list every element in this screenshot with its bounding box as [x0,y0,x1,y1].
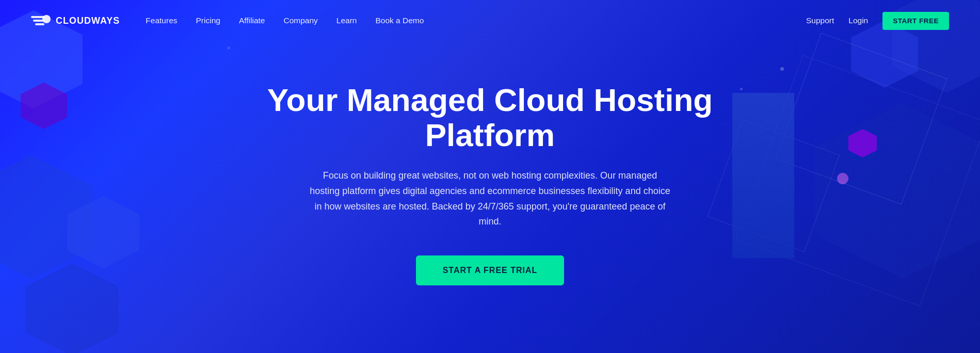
nav-link-affiliate[interactable]: Affiliate [239,16,265,25]
logo-link[interactable]: CLOUDWAYS [31,12,120,29]
nav-link-features[interactable]: Features [146,16,177,25]
nav-link-book-demo[interactable]: Book a Demo [375,16,424,25]
nav-link-learn[interactable]: Learn [336,16,357,25]
nav-item-pricing[interactable]: Pricing [196,16,220,25]
nav-item-company[interactable]: Company [283,16,317,25]
nav-item-book-demo[interactable]: Book a Demo [375,16,424,25]
hero-section: CLOUDWAYS Features Pricing Affiliate Com… [0,0,980,353]
logo-text: CLOUDWAYS [56,15,120,26]
navbar-right: Support Login START FREE [806,12,949,30]
svg-rect-0 [31,16,44,18]
nav-item-learn[interactable]: Learn [336,16,357,25]
nav-item-affiliate[interactable]: Affiliate [239,16,265,25]
support-link[interactable]: Support [806,16,834,25]
navbar-left: CLOUDWAYS Features Pricing Affiliate Com… [31,12,424,29]
nav-link-company[interactable]: Company [283,16,317,25]
hero-title: Your Managed Cloud Hosting Platform [258,83,722,153]
start-free-nav-button[interactable]: START FREE [882,12,949,30]
svg-rect-2 [35,23,44,25]
navbar: CLOUDWAYS Features Pricing Affiliate Com… [0,0,980,41]
nav-item-features[interactable]: Features [146,16,177,25]
svg-point-3 [42,15,51,23]
start-free-trial-button[interactable]: START A FREE TRIAL [416,255,565,285]
logo-icon [31,12,51,29]
nav-links: Features Pricing Affiliate Company Learn… [146,16,424,25]
hero-content: Your Managed Cloud Hosting Platform Focu… [0,41,980,285]
login-link[interactable]: Login [848,16,868,25]
nav-link-pricing[interactable]: Pricing [196,16,220,25]
hero-subtitle: Focus on building great websites, not on… [310,168,671,230]
